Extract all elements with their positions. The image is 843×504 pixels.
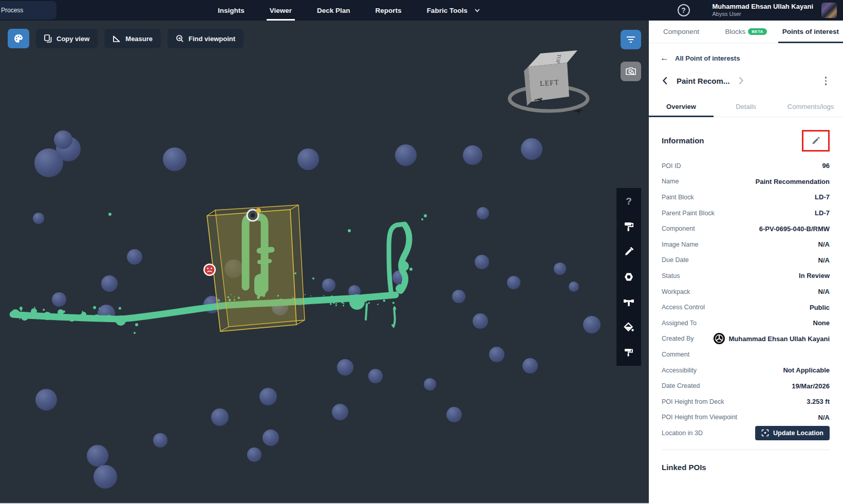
poi-subtabs: OverviewDetailsComments/logs xyxy=(649,97,843,117)
info-value-text: N/A xyxy=(818,414,830,421)
tee-fitting-tool[interactable] xyxy=(622,295,635,309)
panel-tabs: Component Blocks BETA Points of interest xyxy=(649,21,843,43)
info-value-text: N/A xyxy=(818,256,830,264)
info-value-text: Paint Recommendation xyxy=(756,178,830,185)
info-label: Created By xyxy=(662,335,714,342)
info-value-text: Public xyxy=(810,304,830,311)
info-value: N/A xyxy=(818,256,830,264)
next-poi-button[interactable] xyxy=(737,77,746,85)
measure-button[interactable]: Measure xyxy=(104,29,161,48)
poi-spheres[interactable] xyxy=(33,130,601,489)
svg-text:S: S xyxy=(576,108,581,116)
user-avatar[interactable] xyxy=(821,3,837,18)
nav-item[interactable]: Deck Plan xyxy=(317,0,350,21)
copy-view-button[interactable]: Copy view xyxy=(36,29,98,48)
nav-item[interactable]: Viewer xyxy=(270,0,292,21)
palette-icon xyxy=(13,33,24,44)
annotation-tool-strip: ? xyxy=(616,188,641,366)
info-row: Image Name N/A xyxy=(662,236,830,252)
information-fields: POI ID 96 xyxy=(662,158,830,441)
palette-button[interactable] xyxy=(8,29,29,48)
edit-information-button[interactable] xyxy=(811,136,820,145)
poi-subtab[interactable]: Details xyxy=(714,97,778,117)
chevron-right-icon xyxy=(739,77,744,85)
svg-text:LEFT: LEFT xyxy=(539,79,559,88)
find-viewpoint-icon xyxy=(176,34,184,43)
poi-subtab[interactable]: Comments/logs xyxy=(778,97,843,117)
app-window: Process InsightsViewerDeck PlanReportsFa… xyxy=(0,0,843,504)
info-label: Status xyxy=(662,272,799,279)
orientation-cube[interactable]: LEFT TOP N S xyxy=(510,50,588,116)
info-label: Name xyxy=(662,178,756,185)
info-value-text: 3.253 ft xyxy=(807,398,830,405)
info-row: POI Height from Viewpoint N/A xyxy=(662,409,830,425)
info-row: Status In Review xyxy=(662,268,830,284)
info-value: LD-7 xyxy=(815,209,830,217)
measure-label: Measure xyxy=(125,35,153,43)
chevron-down-icon[interactable] xyxy=(474,7,480,13)
panel-tab[interactable]: Blocks BETA xyxy=(714,21,778,43)
info-value: None xyxy=(813,319,830,327)
info-value: Public xyxy=(810,304,830,311)
info-row: Access Control Public xyxy=(662,300,830,315)
nut-tool[interactable] xyxy=(622,270,635,284)
main-menu: InsightsViewerDeck PlanReportsFabric Too… xyxy=(218,0,480,21)
nav-item[interactable]: Insights xyxy=(218,0,245,21)
paint-roller-2-tool[interactable] xyxy=(622,346,635,359)
info-label: POI ID xyxy=(662,162,822,170)
info-row: Parent Paint Block LD-7 xyxy=(662,205,830,221)
beta-badge: BETA xyxy=(748,28,766,35)
panel-tab[interactable]: Component xyxy=(649,21,714,43)
update-location-button[interactable]: Update Location xyxy=(755,426,830,440)
info-row: Paint Block LD-7 xyxy=(662,190,830,206)
filter-button[interactable] xyxy=(621,30,641,49)
update-location-label: Update Location xyxy=(773,430,823,437)
poi-panel: Component Blocks BETA Points of interest… xyxy=(649,21,843,504)
info-row: Created By Muhammad Ehsan Ullah Kayani xyxy=(662,331,830,347)
info-label: Component xyxy=(662,225,759,232)
info-value-text: Muhammad Ehsan Ullah Kayani xyxy=(729,335,830,343)
info-row: Location in 3D xyxy=(662,425,830,441)
info-value: Muhammad Ehsan Ullah Kayani xyxy=(714,333,830,344)
panel-tab[interactable]: Points of interest xyxy=(778,21,843,43)
back-arrow-icon: ← xyxy=(660,53,669,63)
pencil-edit-icon xyxy=(811,136,820,145)
user-block[interactable]: Muhammad Ehsan Ullah Kayani Abyss User xyxy=(713,3,814,17)
info-value: LD-7 xyxy=(815,193,830,201)
nav-item[interactable]: Fabric Tools xyxy=(427,0,467,21)
kebab-menu-button[interactable] xyxy=(822,74,830,87)
info-value: 96 xyxy=(822,162,830,170)
information-section-title: Information xyxy=(662,136,704,145)
info-label: Workpack xyxy=(662,288,818,295)
help-tool[interactable]: ? xyxy=(622,195,635,208)
info-row: Name Paint Recommendation xyxy=(662,174,830,190)
info-value: 3.253 ft xyxy=(807,398,830,405)
paint-roller-tool[interactable] xyxy=(622,220,635,233)
info-label: Image Name xyxy=(662,241,818,248)
info-label: Location in 3D xyxy=(662,430,755,437)
help-icon: ? xyxy=(626,196,632,207)
info-value-text: LD-7 xyxy=(815,209,830,217)
back-to-all-pois[interactable]: ← All Point of interests xyxy=(649,43,843,63)
previous-poi-button[interactable] xyxy=(660,77,669,85)
info-label: Parent Paint Block xyxy=(662,210,815,217)
info-value: 19/Mar/2026 xyxy=(792,382,830,390)
find-viewpoint-button[interactable]: Find viewpoint xyxy=(167,29,243,48)
nav-item[interactable]: Reports xyxy=(376,0,402,21)
info-row: Accessibility Not Applicable xyxy=(662,362,830,378)
info-label: Comment xyxy=(662,351,830,358)
selection-box[interactable] xyxy=(207,205,305,331)
info-value: Paint Recommendation xyxy=(756,178,830,185)
info-label: POI Height from Deck xyxy=(662,398,807,405)
camera-search-button[interactable] xyxy=(621,62,641,81)
help-icon[interactable]: ? xyxy=(678,4,690,16)
3d-viewport[interactable]: LEFT TOP N S xyxy=(0,21,649,504)
info-value-text: 96 xyxy=(822,162,830,170)
poi-marker[interactable] xyxy=(203,264,216,276)
project-selector[interactable]: Process xyxy=(0,1,57,20)
copy-view-label: Copy view xyxy=(57,35,89,43)
poi-subtab[interactable]: Overview xyxy=(649,97,714,117)
paint-bucket-tool[interactable] xyxy=(622,321,635,334)
nav-right-cluster: ? Muhammad Ehsan Ullah Kayani Abyss User xyxy=(678,3,843,18)
pencil-tool[interactable] xyxy=(622,245,635,258)
